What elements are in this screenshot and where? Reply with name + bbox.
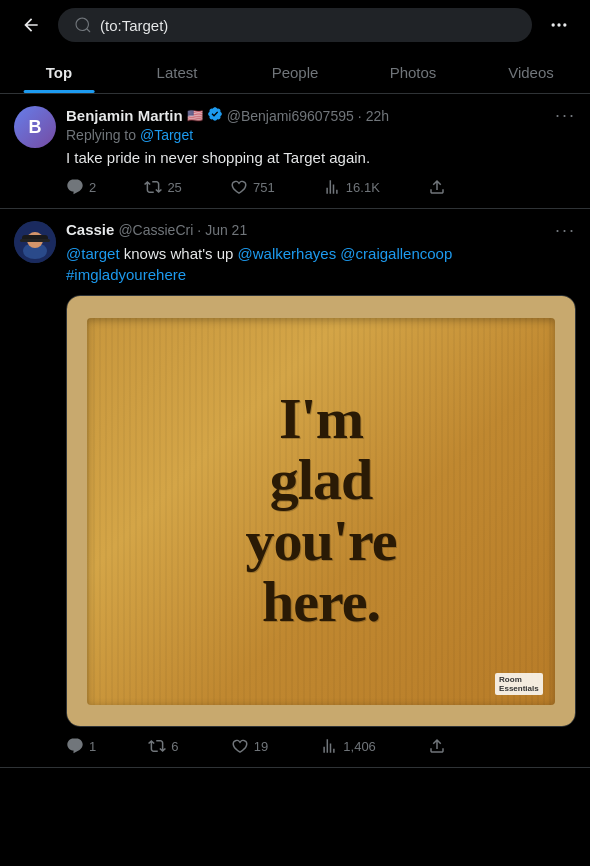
like-button[interactable]: 751 <box>230 178 275 196</box>
mention-craigallen[interactable]: @craigallencoop <box>340 245 452 262</box>
avatar <box>14 221 56 263</box>
reply-count: 2 <box>89 180 96 195</box>
share-icon <box>428 737 446 755</box>
user-name: Benjamin Martin <box>66 107 183 124</box>
hashtag-imgladyourehere[interactable]: #imgladyourehere <box>66 266 186 283</box>
views-count: 1,406 <box>343 739 376 754</box>
tweet-time: Jun 21 <box>205 222 247 238</box>
mention-walkerhayes[interactable]: @walkerhayes <box>238 245 337 262</box>
tab-top[interactable]: Top <box>0 50 118 93</box>
tweet-more-button[interactable]: ··· <box>555 106 576 124</box>
tab-latest[interactable]: Latest <box>118 50 236 93</box>
reply-icon <box>66 178 84 196</box>
share-button[interactable] <box>428 178 446 196</box>
user-info: Benjamin Martin 🇺🇸 @Benjami69607595 · 22… <box>66 106 389 125</box>
cassie-avatar-svg <box>14 221 56 263</box>
tweet-time: 22h <box>366 108 389 124</box>
reply-button[interactable]: 2 <box>66 178 96 196</box>
product-label: RoomEssentials <box>495 673 543 695</box>
separator: · <box>197 222 201 238</box>
separator: · <box>358 108 362 124</box>
like-icon <box>230 178 248 196</box>
retweet-count: 25 <box>167 180 181 195</box>
tab-photos[interactable]: Photos <box>354 50 472 93</box>
views-button[interactable]: 1,406 <box>320 737 376 755</box>
share-icon <box>428 178 446 196</box>
tweet-more-button[interactable]: ··· <box>555 221 576 239</box>
tweet-header: Cassie @CassieCri · Jun 21 ··· <box>66 221 576 239</box>
tweet-image: I'mgladyou'rehere. RoomEssentials <box>66 295 576 727</box>
tweet-row: B Benjamin Martin 🇺🇸 @Benjami69607595 · … <box>0 94 590 209</box>
like-count: 19 <box>254 739 268 754</box>
search-icon <box>74 16 92 34</box>
retweet-button[interactable]: 25 <box>144 178 181 196</box>
tweet-row: Cassie @CassieCri · Jun 21 ··· @target k… <box>0 209 590 768</box>
views-count: 16.1K <box>346 180 380 195</box>
views-icon <box>323 178 341 196</box>
svg-point-1 <box>557 23 560 26</box>
mention-target[interactable]: @target <box>66 245 120 262</box>
reply-button[interactable]: 1 <box>66 737 96 755</box>
like-button[interactable]: 19 <box>231 737 268 755</box>
user-handle: @Benjami69607595 <box>227 108 354 124</box>
views-button[interactable]: 16.1K <box>323 178 380 196</box>
user-handle: @CassieCri <box>118 222 193 238</box>
search-bar[interactable]: (to:Target) <box>58 8 532 42</box>
tweet-text: @target knows what's up @walkerhayes @cr… <box>66 243 576 285</box>
user-info: Cassie @CassieCri · Jun 21 <box>66 221 247 238</box>
share-button[interactable] <box>428 737 446 755</box>
tweet-header: Benjamin Martin 🇺🇸 @Benjami69607595 · 22… <box>66 106 576 125</box>
header: (to:Target) <box>0 0 590 50</box>
retweet-icon <box>144 178 162 196</box>
reply-mention[interactable]: @Target <box>140 127 193 143</box>
svg-rect-7 <box>20 239 50 242</box>
svg-point-2 <box>563 23 566 26</box>
search-query: (to:Target) <box>100 17 168 34</box>
avatar: B <box>14 106 56 148</box>
like-count: 751 <box>253 180 275 195</box>
doormat-text: I'mgladyou'rehere. <box>246 389 397 633</box>
tweet-body: Benjamin Martin 🇺🇸 @Benjami69607595 · 22… <box>66 106 576 196</box>
retweet-count: 6 <box>171 739 178 754</box>
doormat-photo: I'mgladyou'rehere. RoomEssentials <box>67 296 575 726</box>
tweet-actions: 1 6 19 1,406 <box>66 737 446 755</box>
user-name: Cassie <box>66 221 114 238</box>
doormat-surface: I'mgladyou'rehere. RoomEssentials <box>87 318 554 705</box>
svg-point-0 <box>552 23 555 26</box>
reply-icon <box>66 737 84 755</box>
tweet-body: Cassie @CassieCri · Jun 21 ··· @target k… <box>66 221 576 755</box>
tab-bar: Top Latest People Photos Videos <box>0 50 590 94</box>
back-button[interactable] <box>14 8 48 42</box>
retweet-icon <box>148 737 166 755</box>
verified-badge <box>207 106 223 125</box>
views-icon <box>320 737 338 755</box>
tab-people[interactable]: People <box>236 50 354 93</box>
flag-icon: 🇺🇸 <box>187 108 203 123</box>
tweet-actions: 2 25 751 16.1K <box>66 178 446 196</box>
retweet-button[interactable]: 6 <box>148 737 178 755</box>
tab-videos[interactable]: Videos <box>472 50 590 93</box>
reply-count: 1 <box>89 739 96 754</box>
tweet-text-normal: knows what's up <box>124 245 238 262</box>
more-options-button[interactable] <box>542 8 576 42</box>
like-icon <box>231 737 249 755</box>
tweet-text: I take pride in never shopping at Target… <box>66 147 576 168</box>
reply-to: Replying to @Target <box>66 127 576 143</box>
